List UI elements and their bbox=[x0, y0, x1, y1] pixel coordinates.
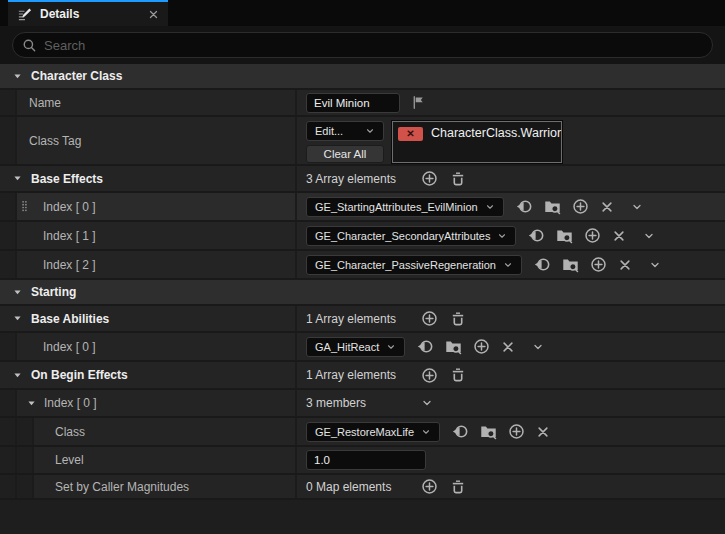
browse-to-asset-icon[interactable] bbox=[480, 423, 497, 440]
array-summary: 1 Array elements bbox=[306, 368, 421, 382]
add-element-icon[interactable] bbox=[572, 198, 589, 215]
expander-icon[interactable] bbox=[12, 71, 23, 82]
edit-tag-dropdown[interactable]: Edit... bbox=[306, 121, 384, 141]
category-starting[interactable]: Starting bbox=[0, 280, 725, 306]
row-on-begin-effects[interactable]: On Begin Effects 1 Array elements bbox=[0, 362, 725, 390]
use-selected-asset-icon[interactable] bbox=[516, 198, 533, 215]
add-element-icon[interactable] bbox=[421, 310, 438, 327]
remove-tag-button[interactable]: ✕ bbox=[398, 127, 423, 141]
asset-name: GE_StartingAttributes_EvilMinion bbox=[315, 201, 478, 213]
row-set-by-caller: Set by Caller Magnitudes 0 Map elements bbox=[0, 475, 725, 500]
row-base-effects-index-2: Index [ 2 ] GE_Character_PassiveRegenera… bbox=[0, 251, 725, 280]
category-title: Starting bbox=[31, 285, 76, 299]
asset-dropdown[interactable]: GE_StartingAttributes_EvilMinion bbox=[306, 197, 504, 217]
clear-icon[interactable] bbox=[612, 229, 626, 243]
row-base-effects-index-0: Index [ 0 ] GE_StartingAttributes_EvilMi… bbox=[0, 193, 725, 222]
array-summary: 3 Array elements bbox=[306, 172, 421, 186]
element-options-icon[interactable] bbox=[631, 201, 643, 213]
row-class-tag: Class Tag Edit... Clear All ✕ CharacterC… bbox=[0, 117, 725, 166]
row-base-abilities-index-0: Index [ 0 ] GA_HitReact bbox=[0, 333, 725, 362]
details-panel: Details Character Class Name Class Tag bbox=[0, 0, 725, 534]
on-begin-effects-label: On Begin Effects bbox=[31, 368, 128, 382]
expander-icon[interactable] bbox=[12, 287, 23, 298]
add-element-icon[interactable] bbox=[508, 423, 525, 440]
add-element-icon[interactable] bbox=[421, 478, 438, 495]
delete-elements-icon[interactable] bbox=[450, 479, 466, 495]
expander-icon[interactable] bbox=[12, 173, 23, 184]
indent bbox=[17, 418, 34, 445]
clear-icon[interactable] bbox=[501, 340, 515, 354]
expander-icon[interactable] bbox=[26, 398, 37, 409]
row-effect-class: Class GE_RestoreMaxLife bbox=[0, 418, 725, 447]
add-element-icon[interactable] bbox=[421, 367, 438, 384]
name-field[interactable] bbox=[306, 93, 400, 113]
indent bbox=[17, 447, 34, 473]
expander-icon[interactable] bbox=[12, 370, 23, 381]
delete-elements-icon[interactable] bbox=[450, 311, 466, 327]
use-selected-asset-icon[interactable] bbox=[528, 227, 545, 244]
level-field[interactable] bbox=[306, 450, 426, 470]
delete-elements-icon[interactable] bbox=[450, 367, 466, 383]
asset-dropdown[interactable]: GE_RestoreMaxLife bbox=[306, 422, 440, 442]
flag-icon[interactable] bbox=[411, 95, 426, 110]
browse-to-asset-icon[interactable] bbox=[556, 227, 573, 244]
delete-elements-icon[interactable] bbox=[450, 171, 466, 187]
add-element-icon[interactable] bbox=[473, 338, 490, 355]
class-tag-label: Class Tag bbox=[17, 134, 81, 148]
element-options-icon[interactable] bbox=[532, 341, 544, 353]
element-options-icon[interactable] bbox=[649, 259, 661, 271]
search-input[interactable] bbox=[44, 38, 703, 53]
browse-to-asset-icon[interactable] bbox=[445, 338, 462, 355]
row-on-begin-index-0[interactable]: Index [ 0 ] 3 members bbox=[0, 390, 725, 418]
tab-close-icon[interactable] bbox=[148, 9, 159, 20]
tab-bar: Details bbox=[0, 0, 725, 26]
tab-title: Details bbox=[40, 7, 140, 21]
indent bbox=[0, 333, 17, 360]
use-selected-asset-icon[interactable] bbox=[452, 423, 469, 440]
asset-dropdown[interactable]: GE_Character_SecondaryAttributes bbox=[306, 226, 516, 246]
base-abilities-label: Base Abilities bbox=[31, 312, 109, 326]
category-character-class[interactable]: Character Class bbox=[0, 64, 725, 90]
indent bbox=[0, 117, 17, 164]
details-tab-icon bbox=[17, 7, 32, 22]
clear-icon[interactable] bbox=[536, 425, 550, 439]
clear-icon[interactable] bbox=[600, 200, 614, 214]
chevron-down-icon bbox=[503, 260, 513, 270]
search-icon bbox=[22, 38, 37, 53]
chevron-down-icon bbox=[497, 231, 507, 241]
row-base-effects[interactable]: Base Effects 3 Array elements bbox=[0, 166, 725, 193]
index-label: Index [ 0 ] bbox=[17, 340, 96, 354]
indent bbox=[0, 475, 17, 498]
edit-tag-label: Edit... bbox=[315, 125, 343, 137]
clear-all-button[interactable]: Clear All bbox=[306, 145, 384, 163]
index-label: Index [ 2 ] bbox=[17, 258, 96, 272]
use-selected-asset-icon[interactable] bbox=[417, 338, 434, 355]
search-box[interactable] bbox=[12, 32, 713, 58]
add-element-icon[interactable] bbox=[421, 170, 438, 187]
indent bbox=[0, 193, 17, 220]
element-options-icon[interactable] bbox=[643, 230, 655, 242]
indent bbox=[0, 418, 17, 445]
row-base-effects-index-1: Index [ 1 ] GE_Character_SecondaryAttrib… bbox=[0, 222, 725, 251]
asset-name: GE_Character_PassiveRegeneration bbox=[315, 259, 496, 271]
browse-to-asset-icon[interactable] bbox=[544, 198, 561, 215]
expander-icon[interactable] bbox=[12, 313, 23, 324]
add-element-icon[interactable] bbox=[590, 256, 607, 273]
indent bbox=[0, 90, 17, 115]
tab-details[interactable]: Details bbox=[8, 0, 168, 26]
chevron-down-icon bbox=[421, 427, 431, 437]
drag-handle-icon[interactable] bbox=[21, 199, 28, 214]
add-element-icon[interactable] bbox=[584, 227, 601, 244]
asset-dropdown[interactable]: GA_HitReact bbox=[306, 337, 405, 357]
chevron-down-icon bbox=[485, 202, 495, 212]
browse-to-asset-icon[interactable] bbox=[562, 256, 579, 273]
asset-dropdown[interactable]: GE_Character_PassiveRegeneration bbox=[306, 255, 522, 275]
clear-icon[interactable] bbox=[618, 258, 632, 272]
element-options-icon[interactable] bbox=[421, 397, 433, 409]
use-selected-asset-icon[interactable] bbox=[534, 256, 551, 273]
index-label: Index [ 0 ] bbox=[44, 396, 97, 410]
base-effects-label: Base Effects bbox=[31, 172, 103, 186]
name-label: Name bbox=[17, 96, 61, 110]
struct-summary: 3 members bbox=[306, 396, 421, 410]
row-base-abilities[interactable]: Base Abilities 1 Array elements bbox=[0, 306, 725, 333]
